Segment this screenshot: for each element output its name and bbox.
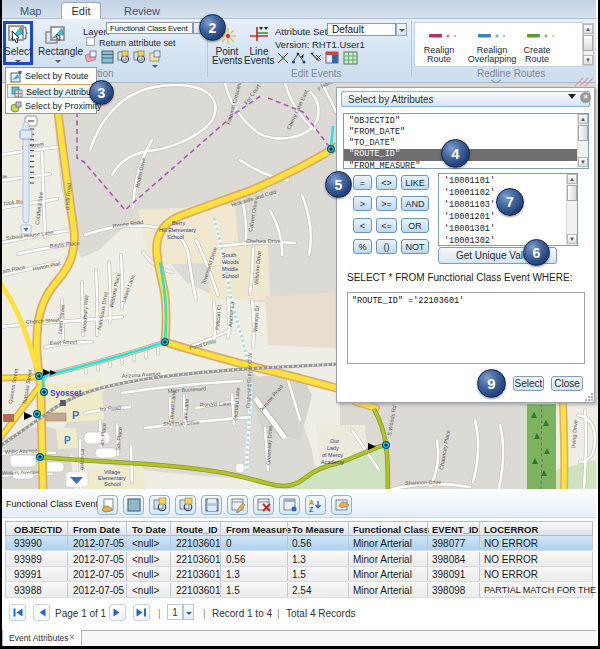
svg-text:Our: Our [330, 438, 339, 444]
svg-text:School: School [167, 234, 184, 240]
svg-text:Shannon Drive: Shannon Drive [405, 479, 442, 486]
svg-text:ue: ue [2, 173, 7, 179]
svg-text:Academy: Academy [321, 459, 344, 465]
svg-text:Lady: Lady [327, 445, 339, 451]
svg-text:Hill Elementary: Hill Elementary [159, 227, 196, 233]
svg-text:School: School [104, 481, 121, 487]
svg-text:Berry: Berry [172, 220, 185, 226]
svg-text:gston La: gston La [78, 448, 85, 470]
svg-text:of Mercy: of Mercy [322, 452, 343, 458]
svg-text:Middle: Middle [222, 266, 238, 272]
svg-text:South: South [222, 252, 236, 258]
svg-text:Woods: Woods [222, 259, 239, 265]
svg-text:School: School [222, 273, 239, 279]
svg-text:P: P [72, 409, 79, 421]
svg-text:Z: Z [309, 506, 314, 513]
svg-text:P: P [64, 435, 71, 446]
svg-text:Syosset: Syosset [50, 389, 82, 398]
svg-text:Chelsea Drive: Chelsea Drive [246, 238, 281, 244]
svg-text:A: A [309, 499, 314, 506]
